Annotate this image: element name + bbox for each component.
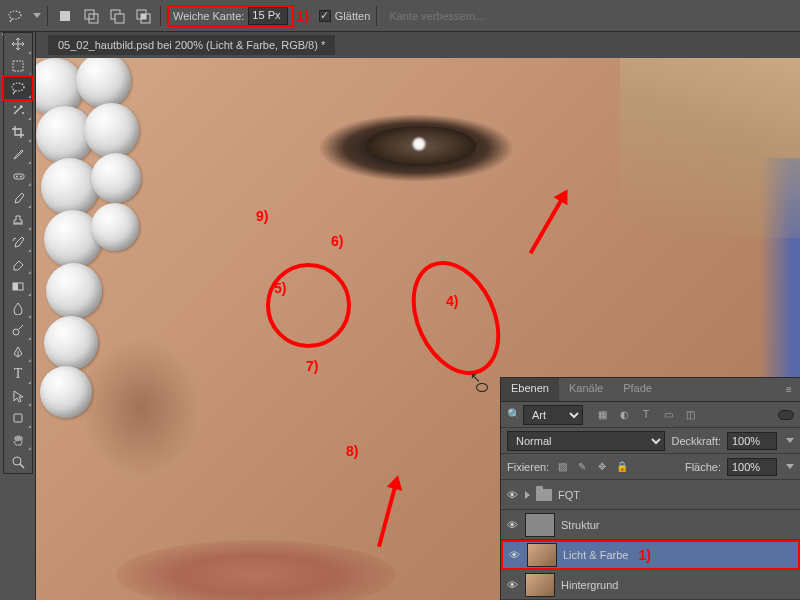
gradient-tool[interactable] <box>4 275 32 297</box>
annotation-7: 7) <box>306 358 318 374</box>
selection-intersect-icon[interactable] <box>132 5 154 27</box>
preset-dropdown-icon[interactable] <box>33 13 41 18</box>
filter-adjust-icon[interactable]: ◐ <box>617 408 631 422</box>
layer-name: Struktur <box>561 519 600 531</box>
feather-group: Weiche Kante: 15 Px <box>167 5 294 27</box>
layer-row[interactable]: 👁 Hintergrund <box>501 570 800 600</box>
crop-tool[interactable] <box>4 121 32 143</box>
feather-label: Weiche Kante: <box>173 10 244 22</box>
move-tool[interactable] <box>4 33 32 55</box>
lock-pixels-icon[interactable]: ✎ <box>575 460 589 474</box>
check-icon: ✓ <box>319 10 331 22</box>
annotation-1: 1) <box>296 8 308 24</box>
annotation-arrow-lower <box>377 479 399 548</box>
panel-menu-icon[interactable]: ≡ <box>782 383 796 397</box>
healing-tool[interactable] <box>4 165 32 187</box>
lock-all-icon[interactable]: 🔒 <box>615 460 629 474</box>
eraser-tool[interactable] <box>4 253 32 275</box>
path-select-tool[interactable] <box>4 385 32 407</box>
filter-shape-icon[interactable]: ▭ <box>661 408 675 422</box>
antialias-checkbox[interactable]: ✓ Glätten <box>319 10 370 22</box>
folder-icon <box>536 489 552 501</box>
layer-row[interactable]: 👁 Struktur <box>501 510 800 540</box>
blur-tool[interactable] <box>4 297 32 319</box>
annotation-4: 4) <box>446 293 458 309</box>
shape-tool[interactable] <box>4 407 32 429</box>
svg-rect-9 <box>13 61 23 71</box>
filter-smart-icon[interactable]: ◫ <box>683 408 697 422</box>
opacity-dropdown-icon[interactable] <box>786 438 794 443</box>
blend-mode-select[interactable]: Normal <box>507 431 665 451</box>
layer-row[interactable]: 👁 FQT <box>501 480 800 510</box>
svg-rect-17 <box>13 283 18 290</box>
dodge-tool[interactable] <box>4 319 32 341</box>
layer-thumbnail <box>525 513 555 537</box>
document-tab-bar: 05_02_hautbild.psd bei 200% (Licht & Far… <box>36 32 800 58</box>
zoom-tool[interactable] <box>4 451 32 473</box>
pen-tool[interactable] <box>4 341 32 363</box>
svg-point-14 <box>16 176 18 178</box>
svg-point-0 <box>9 11 21 19</box>
tab-channels[interactable]: Kanäle <box>559 378 613 401</box>
brush-tool[interactable] <box>4 187 32 209</box>
options-bar: Weiche Kante: 15 Px 1) ✓ Glätten Kante v… <box>0 0 800 32</box>
filter-toggle[interactable] <box>778 410 794 420</box>
tab-paths[interactable]: Pfade <box>613 378 662 401</box>
layer-thumbnail <box>525 573 555 597</box>
layer-name: Hintergrund <box>561 579 618 591</box>
lasso-tool[interactable] <box>4 77 32 99</box>
annotation-6: 6) <box>331 233 343 249</box>
filter-type-icon[interactable]: T <box>639 408 653 422</box>
svg-rect-19 <box>14 414 22 422</box>
svg-rect-8 <box>141 14 146 19</box>
lock-label: Fixieren: <box>507 461 549 473</box>
annotation-9: 9) <box>256 208 268 224</box>
visibility-icon[interactable]: 👁 <box>505 519 519 531</box>
annotation-5: 5) <box>274 280 286 296</box>
opacity-input[interactable]: 100% <box>727 432 777 450</box>
history-brush-tool[interactable] <box>4 231 32 253</box>
selection-add-icon[interactable] <box>80 5 102 27</box>
pearls <box>36 58 146 600</box>
layer-row-selected[interactable]: 👁 Licht & Farbe 1) <box>501 540 800 570</box>
visibility-icon[interactable]: 👁 <box>505 579 519 591</box>
document-tab[interactable]: 05_02_hautbild.psd bei 200% (Licht & Far… <box>48 35 335 55</box>
feather-input[interactable]: 15 Px <box>248 7 288 25</box>
svg-point-11 <box>14 106 16 108</box>
lasso-preset-icon[interactable] <box>4 5 26 27</box>
svg-point-18 <box>13 329 19 335</box>
document-title: 05_02_hautbild.psd bei 200% (Licht & Far… <box>58 39 325 51</box>
eyedropper-tool[interactable] <box>4 143 32 165</box>
svg-point-12 <box>22 112 24 114</box>
svg-rect-5 <box>115 14 124 23</box>
fill-input[interactable]: 100% <box>727 458 777 476</box>
selection-new-icon[interactable] <box>54 5 76 27</box>
svg-point-15 <box>20 176 22 178</box>
tab-layers[interactable]: Ebenen <box>501 378 559 401</box>
antialias-label: Glätten <box>335 10 370 22</box>
selection-subtract-icon[interactable] <box>106 5 128 27</box>
fill-dropdown-icon[interactable] <box>786 464 794 469</box>
hair-region <box>620 58 800 238</box>
annotation-arrow-upper <box>529 192 567 255</box>
lock-position-icon[interactable]: ✥ <box>595 460 609 474</box>
visibility-icon[interactable]: 👁 <box>507 549 521 561</box>
blend-row: Normal Deckkraft: 100% <box>501 428 800 454</box>
hand-tool[interactable] <box>4 429 32 451</box>
expand-icon[interactable] <box>525 491 530 499</box>
visibility-icon[interactable]: 👁 <box>505 489 519 501</box>
type-tool[interactable]: T <box>4 363 32 385</box>
filter-pixel-icon[interactable]: ▦ <box>595 408 609 422</box>
cursor-lasso-icon <box>476 383 488 392</box>
fill-label: Fläche: <box>685 461 721 473</box>
eye-highlight <box>411 136 427 152</box>
svg-point-20 <box>13 457 21 465</box>
marquee-tool[interactable] <box>4 55 32 77</box>
filter-kind-select[interactable]: Art <box>523 405 583 425</box>
annotation-1-layer: 1) <box>638 547 650 563</box>
search-icon[interactable]: 🔍 <box>507 408 517 421</box>
magic-wand-tool[interactable] <box>4 99 32 121</box>
svg-point-10 <box>12 83 24 91</box>
stamp-tool[interactable] <box>4 209 32 231</box>
lock-transparent-icon[interactable]: ▨ <box>555 460 569 474</box>
